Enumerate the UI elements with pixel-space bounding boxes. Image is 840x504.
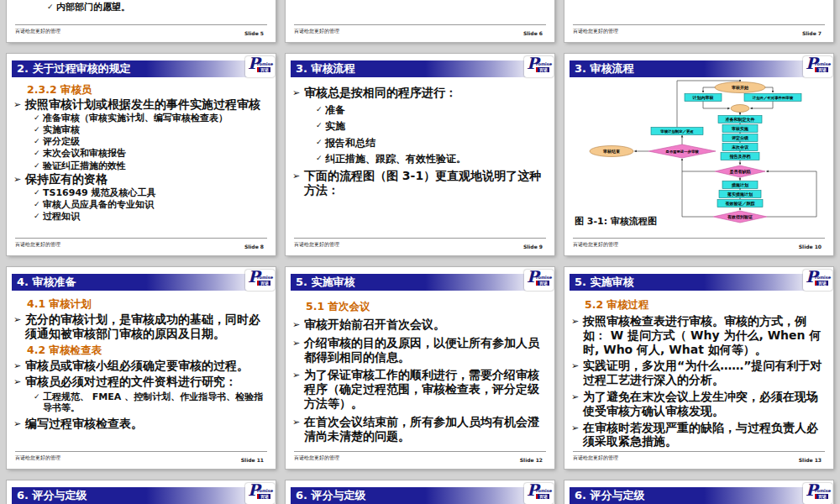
bullet-line: ➢下面的流程图（图 3-1）更直观地说明了这种方法： bbox=[292, 169, 550, 197]
slide-thumbnail-9[interactable]: 3. 审核流程 P romise 百诺 ➢审核总是按相同的程序进行：✓准备✓实施… bbox=[286, 54, 554, 255]
check-bullet-icon: ✓ bbox=[34, 160, 43, 171]
bullet-text: 审核人员应具备的专业知识 bbox=[43, 199, 154, 210]
logo-wordmark: romise bbox=[815, 275, 831, 280]
bullet-line: ➢为了保证审核工作的顺利进行，需要介绍审核程序（确定过程范围，审核检查表，评分定… bbox=[292, 368, 550, 410]
company-logo: P romise 百诺 bbox=[245, 483, 275, 504]
bullet-line: ✓准备审核（审核实施计划、编写审核检查表） bbox=[13, 113, 271, 123]
bullet-line: ✓实施审核 bbox=[13, 124, 271, 135]
slide-thumbnail-6[interactable]: 百诺给您更好的管理 Slide 6 bbox=[286, 0, 554, 42]
check-bullet-icon: ✓ bbox=[34, 199, 43, 210]
bullet-text: 为了保证审核工作的顺利进行，需要介绍审核程序（确定过程范围，审核检查表，评分定级… bbox=[304, 368, 550, 410]
arrow-bullet-icon: ➢ bbox=[13, 312, 25, 341]
slide-number: Slide 11 bbox=[241, 457, 264, 463]
slide-footer: 百诺给您更好的管理 Slide 12 bbox=[294, 451, 546, 465]
bullet-line: ➢在审核时若发现严重的缺陷，与过程负责人必须采取紧急措施。 bbox=[571, 421, 829, 449]
check-bullet-icon: ✓ bbox=[34, 187, 43, 198]
slide-thumbnail-16[interactable]: 6. 评分与定级 P romise 百诺 bbox=[564, 480, 833, 504]
slide-thumbnail-10[interactable]: 3. 审核流程 P romise 百诺 bbox=[564, 54, 833, 255]
arrow-bullet-icon: ➢ bbox=[571, 359, 583, 387]
slide-number: Slide 7 bbox=[802, 30, 822, 36]
arrow-bullet-icon: ➢ bbox=[571, 421, 583, 449]
bullet-text: 介绍审核的目的及原因，以便让所有参加人员都得到相同的信息。 bbox=[304, 336, 550, 365]
flow-node-defect-decision: 是否有缺陷 bbox=[715, 165, 765, 177]
arrow-bullet-icon: ➢ bbox=[13, 359, 25, 373]
slide-title: 4. 审核准备 bbox=[12, 274, 270, 291]
company-logo: P romise 百诺 bbox=[803, 483, 832, 504]
slide-number: Slide 9 bbox=[523, 244, 543, 249]
bullet-text: 下面的流程图（图 3-1）更直观地说明了这种方法： bbox=[304, 169, 550, 197]
slide-number: Slide 5 bbox=[244, 30, 264, 36]
flow-node-verify-track: 有效验证／跟踪 bbox=[717, 200, 763, 207]
slide-thumbnail-12[interactable]: 5. 实施审核 P romise 百诺 5.1 首次会议➢审核开始前召开首次会议… bbox=[286, 267, 554, 469]
slide-thumbnail-8[interactable]: 2. 关于过程审核的规定 P romise 百诺 2.3.2 审核员➢按照审核计… bbox=[7, 54, 276, 255]
slide-footer: 百诺给您更好的管理 Slide 6 bbox=[294, 24, 546, 39]
logo-chinese-name: 百诺 bbox=[815, 67, 828, 72]
slide-footer: 百诺给您更好的管理 Slide 11 bbox=[15, 451, 267, 465]
arrow-bullet-icon: ➢ bbox=[571, 390, 583, 418]
bullet-text: 报告和总结 bbox=[325, 137, 375, 149]
bullet-line: ✓内部部门的愿望。 bbox=[27, 2, 270, 13]
slide-content: 5.1 首次会议➢审核开始前召开首次会议。➢介绍审核的目的及原因，以便让所有参加… bbox=[292, 295, 550, 449]
slide-thumbnail-7[interactable]: 百诺给您更好的管理 Slide 7 bbox=[564, 0, 833, 42]
check-bullet-icon: ✓ bbox=[34, 211, 43, 222]
company-logo: P romise 百诺 bbox=[803, 270, 832, 291]
bullet-text: 在审核时若发现严重的缺陷，与过程负责人必须采取紧急措施。 bbox=[583, 421, 829, 449]
bullet-line: ✓报告和总结 bbox=[292, 137, 550, 149]
logo-chinese-name: 百诺 bbox=[257, 494, 270, 499]
bullet-text: 充分的审核计划，是审核成功的基础，同时必须通知被审核部门审核的原因及日期。 bbox=[25, 312, 271, 341]
slide-thumbnail-14[interactable]: 6. 评分与定级 P romise 百诺 bbox=[7, 480, 276, 504]
footer-brand: 百诺给您更好的管理 bbox=[15, 241, 60, 249]
logo-wordmark: romise bbox=[815, 488, 831, 493]
slide-thumbnail-11[interactable]: 4. 审核准备 P romise 百诺 4.1 审核计划➢充分的审核计划，是审核… bbox=[7, 267, 276, 469]
bullet-line: ➢介绍审核的目的及原因，以便让所有参加人员都得到相同的信息。 bbox=[292, 336, 550, 365]
logo-wordmark: romise bbox=[257, 275, 273, 280]
bullet-line: ➢审核员或审核小组必须确定要审核的过程。 bbox=[13, 359, 271, 373]
bullet-text: 按照审核检查表进行审核。审核的方式，例如： W 提问方式（ Why 为什么, W… bbox=[583, 314, 829, 356]
bullet-text: 保持应有的资格 bbox=[25, 172, 108, 186]
flow-node-merge-junction bbox=[731, 105, 749, 113]
svg-text:审核实施: 审核实施 bbox=[732, 126, 748, 132]
bullet-text: 审核员或审核小组必须确定要审核的过程。 bbox=[25, 359, 249, 373]
slide-number: Slide 10 bbox=[799, 244, 822, 249]
flow-node-conduct-audit: 审核实施 bbox=[722, 125, 758, 133]
logo-chinese-name: 百诺 bbox=[815, 281, 828, 286]
bullet-text: 按照审核计划或根据发生的事件实施过程审核 bbox=[25, 97, 260, 112]
logo-chinese-name: 百诺 bbox=[536, 67, 549, 72]
bullet-text: 准备 bbox=[325, 104, 345, 116]
flow-node-planned-audit: 计划内审核 bbox=[685, 94, 722, 102]
bullet-text: 实施审核 bbox=[43, 124, 80, 135]
slide-footer: 百诺给您更好的管理 Slide 13 bbox=[573, 451, 825, 465]
footer-brand: 百诺给您更好的管理 bbox=[15, 454, 60, 462]
bullet-line: ➢按照审核计划或根据发生的事件实施过程审核 bbox=[13, 97, 271, 112]
arrow-bullet-icon: ➢ bbox=[292, 318, 304, 332]
arrow-bullet-icon: ➢ bbox=[292, 336, 304, 365]
slide-thumbnail-15[interactable]: 6. 评分与定级 P romise 百诺 bbox=[286, 480, 554, 504]
bullet-line: ✓纠正措施、跟踪、有效性验证。 bbox=[292, 153, 550, 165]
section-subtitle: 2.3.2 审核员 bbox=[13, 83, 271, 96]
slide-title: 6. 评分与定级 bbox=[12, 487, 270, 504]
slide-thumbnail-5[interactable]: ✓内部部门的愿望。 百诺给您更好的管理 Slide 5 bbox=[7, 0, 276, 42]
slide-thumbnail-13[interactable]: 5. 实施审核 P romise 百诺 5.2 审核过程➢按照审核检查表进行审核… bbox=[564, 267, 833, 469]
flow-node-implement-measures: 落实措施计划 bbox=[719, 191, 761, 198]
slide-title: 5. 实施审核 bbox=[570, 274, 828, 291]
slide-number: Slide 6 bbox=[523, 30, 543, 36]
slide-number: Slide 13 bbox=[799, 457, 822, 463]
flow-node-verified-decision: 有效得到验证 bbox=[713, 211, 767, 223]
slide-title: 2. 关于过程审核的规定 bbox=[12, 60, 270, 77]
svg-text:审核开始: 审核开始 bbox=[732, 85, 749, 91]
svg-text:是否有缺陷: 是否有缺陷 bbox=[729, 169, 751, 175]
svg-text:计划内审核: 计划内审核 bbox=[692, 95, 714, 101]
bullet-text: 验证纠正措施的效性 bbox=[43, 160, 126, 171]
company-logo: P romise 百诺 bbox=[524, 56, 554, 77]
slide-title: 3. 审核流程 bbox=[291, 60, 549, 77]
bullet-line: ✓评分定级 bbox=[13, 136, 271, 147]
logo-chinese-name: 百诺 bbox=[536, 494, 549, 499]
check-bullet-icon: ✓ bbox=[316, 153, 325, 165]
bullet-text: 编写过程审核检查表。 bbox=[25, 417, 143, 431]
bullet-text: 实施 bbox=[325, 120, 345, 132]
bullet-line: ➢为了避免在末次会议上发生冲突，必须在现场使受审核方确认审核发现。 bbox=[571, 390, 829, 418]
check-bullet-icon: ✓ bbox=[316, 137, 325, 149]
flow-node-unplanned-audit: 计划外／针对事件的审核 bbox=[744, 94, 801, 102]
slide-footer: 百诺给您更好的管理 Slide 5 bbox=[15, 24, 267, 39]
check-bullet-icon: ✓ bbox=[34, 391, 43, 413]
